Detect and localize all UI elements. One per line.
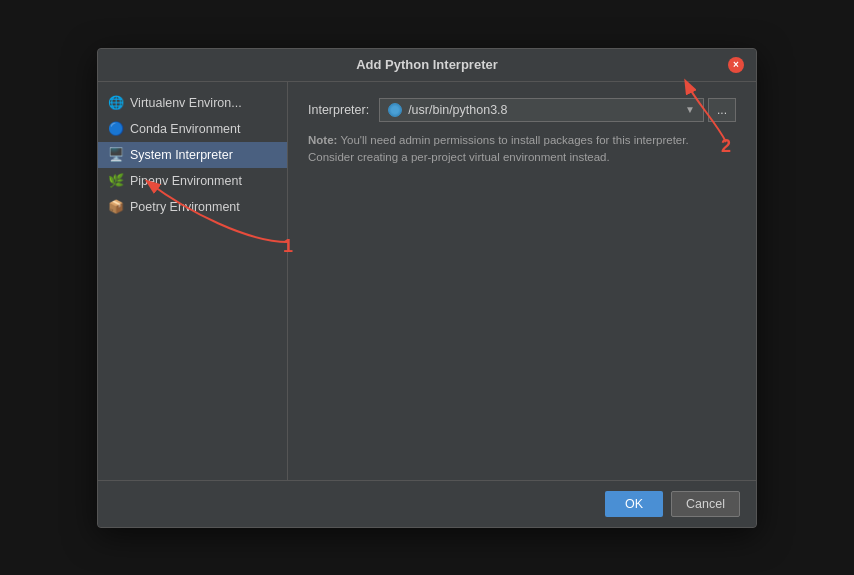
poetry-icon: 📦 <box>108 199 124 215</box>
system-icon: 🖥️ <box>108 147 124 163</box>
ok-button[interactable]: OK <box>605 491 663 517</box>
interpreter-path: /usr/bin/python3.8 <box>408 103 507 117</box>
sidebar-item-system[interactable]: 🖥️ System Interpreter <box>98 142 287 168</box>
python-icon <box>388 103 402 117</box>
sidebar-item-poetry[interactable]: 📦 Poetry Environment <box>98 194 287 220</box>
close-button[interactable]: × <box>728 57 744 73</box>
interpreter-select-wrapper: /usr/bin/python3.8 ▼ ... <box>379 98 736 122</box>
sidebar-item-label-pipenv: Pipenv Environment <box>130 174 242 188</box>
note-area: Note: You'll need admin permissions to i… <box>308 132 736 167</box>
sidebar-item-conda[interactable]: 🔵 Conda Environment <box>98 116 287 142</box>
dialog-footer: OK Cancel <box>98 480 756 527</box>
cancel-button[interactable]: Cancel <box>671 491 740 517</box>
interpreter-row: Interpreter: /usr/bin/python3.8 ▼ ... <box>308 98 736 122</box>
dialog-body: 🌐 Virtualenv Environ... 🔵 Conda Environm… <box>98 82 756 480</box>
dialog-overlay: Add Python Interpreter × 🌐 Virtualenv En… <box>0 0 854 575</box>
sidebar-item-label-poetry: Poetry Environment <box>130 200 240 214</box>
sidebar-item-virtualenv[interactable]: 🌐 Virtualenv Environ... <box>98 90 287 116</box>
conda-icon: 🔵 <box>108 121 124 137</box>
interpreter-label: Interpreter: <box>308 103 369 117</box>
pipenv-icon: 🌿 <box>108 173 124 189</box>
browse-button[interactable]: ... <box>708 98 736 122</box>
content-area: Interpreter: /usr/bin/python3.8 ▼ ... <box>288 82 756 480</box>
dialog-titlebar: Add Python Interpreter × <box>98 49 756 82</box>
add-interpreter-dialog: Add Python Interpreter × 🌐 Virtualenv En… <box>97 48 757 528</box>
dropdown-arrow-icon: ▼ <box>685 104 695 115</box>
note-label: Note: <box>308 134 337 146</box>
interpreter-dropdown[interactable]: /usr/bin/python3.8 ▼ <box>379 98 704 122</box>
sidebar-item-label-system: System Interpreter <box>130 148 233 162</box>
sidebar-item-label-virtualenv: Virtualenv Environ... <box>130 96 242 110</box>
sidebar-item-pipenv[interactable]: 🌿 Pipenv Environment <box>98 168 287 194</box>
interpreter-dropdown-value: /usr/bin/python3.8 <box>388 103 679 117</box>
sidebar: 🌐 Virtualenv Environ... 🔵 Conda Environm… <box>98 82 288 480</box>
sidebar-item-label-conda: Conda Environment <box>130 122 240 136</box>
dialog-title: Add Python Interpreter <box>126 57 728 72</box>
note-content: You'll need admin permissions to install… <box>308 134 689 163</box>
virtualenv-icon: 🌐 <box>108 95 124 111</box>
